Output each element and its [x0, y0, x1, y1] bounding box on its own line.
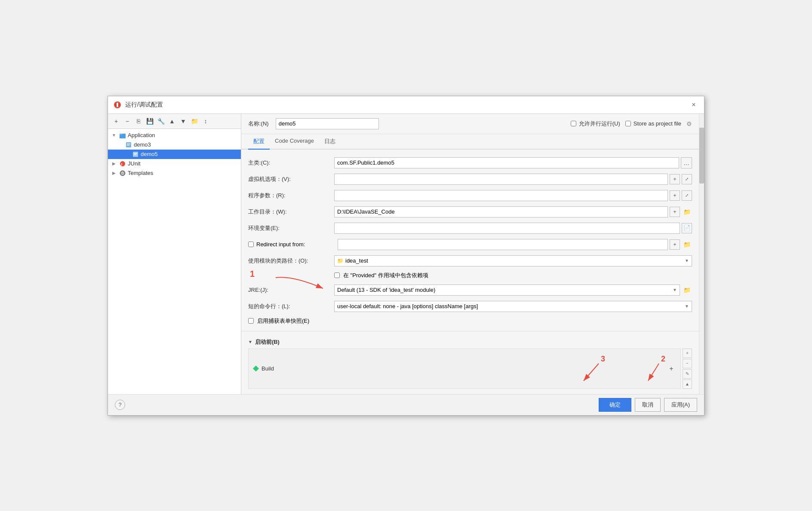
tree-item-templates[interactable]: ▶ Templates [108, 168, 241, 178]
build-row: Build + [248, 349, 681, 389]
right-panel: 名称:(N) 允许并行运行(U) Store as project file ⚙ [241, 114, 699, 394]
cancel-button[interactable]: 取消 [635, 398, 661, 412]
provided-checkbox[interactable] [334, 272, 340, 278]
jre-folder-button[interactable]: 📁 [682, 285, 692, 295]
settings-button[interactable]: 🔧 [156, 116, 166, 126]
working-dir-add-button[interactable]: + [670, 207, 680, 217]
short-cmd-dropdown-arrow: ▼ [685, 304, 689, 309]
classpath-dropdown-arrow: ▼ [685, 258, 689, 263]
snapshot-checkbox[interactable] [248, 318, 254, 324]
before-launch-header[interactable]: ▼ 启动前(B) [248, 335, 692, 349]
name-input[interactable] [276, 118, 379, 129]
section-divider [241, 331, 699, 331]
store-as-project-label: Store as project file [634, 120, 681, 127]
dialog-title: 运行/调试配置 [125, 101, 163, 109]
redirect-add-button[interactable]: + [670, 239, 680, 250]
allow-parallel-checkbox[interactable] [571, 121, 576, 126]
vm-options-add-button[interactable]: + [670, 174, 680, 184]
application-label: Application [128, 132, 155, 138]
snapshot-row: 启用捕获表单快照(E) [241, 315, 699, 327]
tree-item-demo5[interactable]: demo5 [108, 150, 241, 159]
env-vars-row: 环境变量(E): 📄 [241, 220, 699, 236]
remove-config-button[interactable]: − [123, 116, 132, 126]
env-vars-edit-button[interactable]: 📄 [682, 223, 692, 233]
add-config-button[interactable]: + [111, 116, 121, 126]
tab-coverage[interactable]: Code Coverage [270, 134, 319, 150]
vm-options-input[interactable] [334, 174, 668, 185]
save-config-button[interactable]: 💾 [145, 116, 154, 126]
classpath-control: 📁 idea_test ▼ [334, 255, 692, 266]
scrollbar[interactable] [699, 114, 704, 394]
vm-options-expand-button[interactable]: ⤢ [682, 174, 692, 184]
redirect-checkbox[interactable] [248, 242, 254, 247]
move-down-button[interactable]: ▼ [178, 116, 188, 126]
left-panel: + − ⎘ 💾 🔧 ▲ ▼ 📁 ↕ ▼ [108, 114, 241, 394]
tree-toggle-templates[interactable]: ▶ [111, 170, 117, 177]
working-dir-row: 工作目录：(W): + 📁 [241, 204, 699, 220]
tree-item-demo3[interactable]: demo3 [108, 140, 241, 150]
redirect-input[interactable] [338, 239, 668, 250]
redirect-folder-button[interactable]: 📁 [682, 239, 692, 250]
program-args-input[interactable] [334, 190, 668, 201]
allow-parallel-row: 允许并行运行(U) [571, 120, 620, 128]
program-args-row: 程序参数：(R): + ⤢ [241, 187, 699, 204]
jre-dropdown[interactable]: Default (13 - SDK of 'idea_test' module)… [334, 285, 680, 296]
sort-button[interactable]: ↕ [201, 116, 210, 126]
tree-item-junit[interactable]: ▶ J JUnit [108, 159, 241, 168]
class-browse-button[interactable]: … [681, 157, 692, 168]
help-button[interactable]: ? [115, 400, 125, 410]
build-side-buttons: + − ✎ ▲ [683, 349, 692, 389]
copy-config-button[interactable]: ⎘ [134, 116, 143, 126]
redirect-row: Redirect input from: + 📁 [241, 236, 699, 253]
short-cmd-dropdown[interactable]: user-local default: none - java [options… [334, 301, 692, 312]
program-args-expand-button[interactable]: ⤢ [682, 190, 692, 201]
tab-log[interactable]: 日志 [319, 134, 341, 150]
tree-toggle-junit[interactable]: ▶ [111, 160, 117, 167]
junit-icon: J [119, 160, 126, 167]
title-bar-left: 运行/调试配置 [113, 101, 163, 109]
build-side-edit-button[interactable]: ✎ [683, 369, 692, 379]
build-side-add-button[interactable]: + [683, 349, 692, 358]
build-add-button[interactable]: + [667, 364, 676, 373]
build-container: Build + + − ✎ ▲ [248, 349, 692, 389]
templates-icon [119, 170, 126, 177]
build-icon [253, 366, 259, 372]
name-row: 名称:(N) 允许并行运行(U) Store as project file ⚙ [241, 114, 699, 134]
close-button[interactable]: × [689, 100, 699, 110]
store-as-project-row: Store as project file [625, 120, 681, 127]
tree-toggle-application[interactable]: ▼ [111, 132, 117, 139]
vm-options-row: 虚拟机选项：(V): + ⤢ [241, 171, 699, 187]
provided-label: 在 "Provided" 作用域中包含依赖项 [343, 272, 428, 279]
apply-button[interactable]: 应用(A) [664, 398, 697, 412]
add-folder-button[interactable]: 📁 [190, 116, 199, 126]
header-right: 允许并行运行(U) Store as project file ⚙ [571, 120, 692, 128]
svg-text:J: J [120, 162, 122, 166]
move-up-button[interactable]: ▲ [167, 116, 177, 126]
ok-button[interactable]: 确定 [599, 398, 631, 412]
working-dir-input[interactable] [334, 206, 668, 217]
build-side-scroll-button[interactable]: ▲ [683, 379, 692, 389]
tab-config[interactable]: 配置 [248, 134, 270, 150]
short-cmd-control: user-local default: none - java [options… [334, 301, 692, 312]
class-input[interactable] [334, 157, 679, 168]
svg-rect-4 [120, 134, 122, 135]
svg-rect-9 [134, 153, 137, 154]
jre-control: Default (13 - SDK of 'idea_test' module)… [334, 285, 692, 296]
scroll-thumb[interactable] [699, 128, 704, 184]
build-side-remove-button[interactable]: − [683, 359, 692, 368]
class-control: … [334, 157, 692, 168]
scroll-track[interactable] [699, 114, 704, 394]
gear-icon[interactable]: ⚙ [686, 120, 692, 127]
demo5-icon [132, 151, 139, 158]
classpath-dropdown[interactable]: 📁 idea_test ▼ [334, 255, 692, 266]
demo5-label: demo5 [141, 151, 158, 157]
classpath-label: 使用模块的类路径：(O): [248, 257, 334, 265]
class-label: 主类:(C): [248, 159, 334, 167]
jre-row: JRE:(J): Default (13 - SDK of 'idea_test… [241, 282, 699, 298]
working-dir-folder-button[interactable]: 📁 [682, 207, 692, 217]
env-vars-input[interactable] [334, 223, 680, 234]
tree-item-application[interactable]: ▼ Application [108, 131, 241, 140]
snapshot-label: 启用捕获表单快照(E) [257, 317, 309, 325]
store-as-project-checkbox[interactable] [625, 121, 631, 126]
program-args-add-button[interactable]: + [670, 190, 680, 201]
